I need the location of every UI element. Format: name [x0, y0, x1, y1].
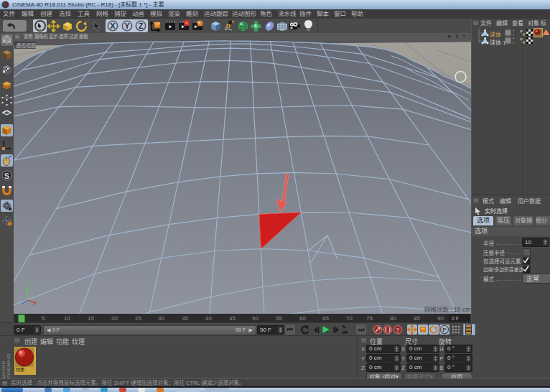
svg-text:Y: Y	[124, 22, 130, 30]
svg-text:S: S	[4, 172, 9, 180]
svg-text:X: X	[110, 22, 116, 30]
svg-text:网格间距 : 10 cm: 网格间距 : 10 cm	[424, 306, 470, 313]
svg-text:?: ?	[396, 327, 400, 333]
svg-text:P: P	[442, 327, 447, 333]
svg-text:透视视图: 透视视图	[16, 42, 36, 49]
svg-text:Z: Z	[139, 22, 144, 30]
svg-text:Y: Y	[29, 281, 33, 286]
